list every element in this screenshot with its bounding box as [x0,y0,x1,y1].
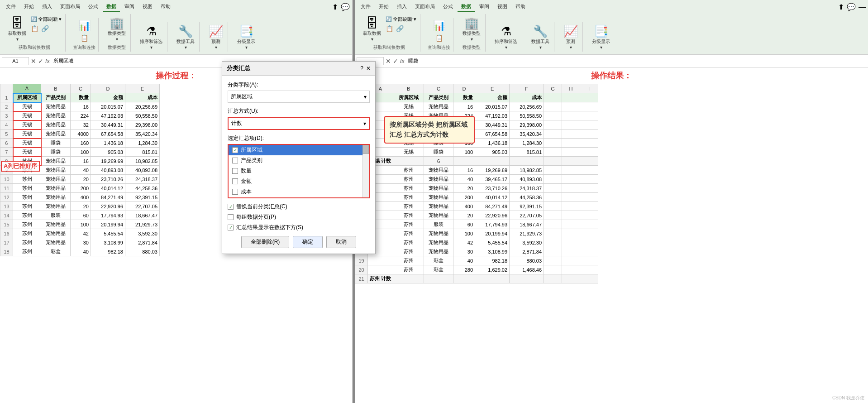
right-cell-r8-c5[interactable] [475,157,510,166]
dialog-delete-all-btn[interactable]: 全部删除(R) [241,236,290,248]
left-cell-r1-c2[interactable]: 产品类别 [41,93,71,102]
right-cell-r19-c6[interactable]: 880.03 [510,256,544,265]
right-cell-r18-c2[interactable]: 苏州 [393,247,424,256]
left-cell-r12-c4[interactable]: 84,271.49 [91,193,125,202]
left-cell-r9-c4[interactable]: 40,893.08 [91,166,125,175]
right-cell-r11-c2[interactable]: 苏州 [393,184,424,193]
left-cell-r14-c1[interactable]: 苏州 [13,211,41,220]
left-cell-r11-c5[interactable]: 44,258.36 [125,184,160,193]
right-cell-r21-c1[interactable]: 苏州 计数 [368,274,393,283]
right-cell-r16-c5[interactable]: 20,199.94 [475,229,510,238]
dialog-item-3-checkbox[interactable] [232,178,238,184]
left-cell-r1-c3[interactable]: 数量 [71,93,91,102]
left-fx-icon[interactable]: fx [45,58,50,65]
left-col-a[interactable]: A [13,84,41,93]
right-cell-r8-c6[interactable] [510,157,544,166]
left-cell-r5-c4[interactable]: 67,654.58 [91,130,125,139]
right-cell-r16-c2[interactable]: 苏州 [393,229,424,238]
left-cell-r2-c3[interactable]: 16 [71,102,91,111]
right-tab-formula[interactable]: 公式 [439,2,457,12]
left-tab-data[interactable]: 数据 [103,2,120,12]
dialog-cb-0[interactable]: ✓ 替换当前分类汇总(C) [228,203,370,211]
right-cell-r9-c8[interactable] [562,166,580,175]
left-cell-r10-c2[interactable]: 宠物用品 [41,175,71,184]
right-cell-r9-c7[interactable] [544,166,562,175]
left-confirm-icon[interactable]: ✓ [38,58,43,65]
left-cell-r9-c1[interactable]: 苏州 [13,166,41,175]
right-cell-r9-c6[interactable]: 18,982.85 [510,166,544,175]
left-cell-r15-c1[interactable]: 苏州 [13,220,41,229]
left-cell-r6-c5[interactable]: 1,284.30 [125,139,160,148]
right-cell-r1-c6[interactable]: 成本 [510,93,544,102]
left-btn-query2[interactable]: 📋 [76,34,92,43]
right-cell-r21-c9[interactable] [580,274,598,283]
left-cell-r9-c5[interactable]: 40,893.08 [125,166,160,175]
right-cell-r7-c7[interactable] [544,148,562,157]
left-cell-r10-c4[interactable]: 23,710.26 [91,175,125,184]
right-cell-r5-c6[interactable]: 35,420.34 [510,130,544,139]
right-cell-r21-c6[interactable] [510,274,544,283]
dialog-cb-2-box[interactable]: ✓ [228,225,234,230]
left-cell-r4-c1[interactable]: 无锡 [13,120,41,130]
right-cell-r6-c8[interactable] [562,139,580,148]
right-btn-get-data[interactable]: 🗄 获取数据▾ [361,15,383,43]
right-cell-r16-c9[interactable] [580,229,598,238]
right-cell-r14-c4[interactable]: 20 [453,211,475,220]
right-col-i[interactable]: I [580,84,598,93]
right-cell-r20-c7[interactable] [544,265,562,274]
right-cell-r21-c2[interactable] [393,274,424,283]
right-btn-query2[interactable]: 📋 [431,34,447,43]
right-cell-r4-c6[interactable]: 29,398.00 [510,120,544,130]
left-btn-links[interactable]: 🔗 [40,24,50,33]
dialog-item-1-checkbox[interactable] [232,158,238,163]
left-cell-r4-c3[interactable]: 32 [71,120,91,130]
right-cell-r10-c6[interactable]: 40,893.08 [510,175,544,184]
listbox-scrollbar[interactable] [362,145,369,197]
right-cell-r10-c5[interactable]: 39,465.17 [475,175,510,184]
left-cell-r16-c5[interactable]: 3,592.30 [125,229,160,238]
left-cell-r12-c1[interactable]: 苏州 [13,193,41,202]
right-cell-r20-c1[interactable] [368,265,393,274]
right-btn-datatype[interactable]: 🏢 数据类型▾ [461,15,482,43]
right-cell-r16-c4[interactable]: 100 [453,229,475,238]
right-cell-r19-c4[interactable]: 40 [453,256,475,265]
left-cell-r3-c5[interactable]: 50,558.50 [125,111,160,120]
right-cell-r3-c5[interactable]: 47,192.03 [475,111,510,120]
right-tab-help[interactable]: 帮助 [512,2,529,12]
right-cell-r20-c9[interactable] [580,265,598,274]
right-btn-forecast[interactable]: 📈 预测▾ [562,23,580,51]
left-tab-review[interactable]: 审阅 [121,2,138,12]
left-cell-r17-c2[interactable]: 宠物用品 [41,238,71,247]
right-cell-r9-c9[interactable] [580,166,598,175]
left-col-b[interactable]: B [41,84,71,93]
right-formula-input[interactable] [406,58,866,65]
right-cell-r20-c4[interactable]: 280 [453,265,475,274]
left-cell-r18-c5[interactable]: 880.03 [125,247,160,256]
left-cell-r3-c4[interactable]: 47,192.03 [91,111,125,120]
right-cell-r2-c4[interactable]: 16 [453,102,475,111]
right-cell-r19-c1[interactable] [368,256,393,265]
right-cell-r2-c3[interactable]: 宠物用品 [424,102,453,111]
right-cell-r11-c8[interactable] [562,184,580,193]
right-cell-r8-c3[interactable]: 6 [424,157,453,166]
right-cell-r16-c7[interactable] [544,229,562,238]
right-cell-r18-c8[interactable] [562,247,580,256]
right-cell-r18-c3[interactable]: 宠物用品 [424,247,453,256]
right-cell-r12-c2[interactable]: 苏州 [393,193,424,202]
right-cell-r17-c2[interactable]: 苏州 [393,238,424,247]
right-cell-r19-c7[interactable] [544,256,562,265]
left-comment-icon[interactable]: 💬 [341,3,350,11]
subtotal-dialog[interactable]: 分类汇总 ? ✕ 分类字段(A): 所属区域 ▾ 汇总方式(U): 计数 ▾ 选… [222,61,376,254]
right-cell-r14-c3[interactable]: 宠物用品 [424,211,453,220]
left-btn-tools[interactable]: 🔧 数据工具▾ [175,23,196,51]
right-cell-r21-c4[interactable] [453,274,475,283]
right-cell-r9-c2[interactable]: 苏州 [393,166,424,175]
left-cell-r13-c3[interactable]: 20 [71,202,91,211]
right-cell-r3-c6[interactable]: 50,558.50 [510,111,544,120]
left-cell-r12-c5[interactable]: 92,391.15 [125,193,160,202]
left-cell-r4-c5[interactable]: 29,398.00 [125,120,160,130]
left-cell-r4-c4[interactable]: 30,449.31 [91,120,125,130]
left-cell-r1-c5[interactable]: 成本 [125,93,160,102]
left-btn-query1[interactable]: 📊 [76,19,92,33]
right-cell-r1-c5[interactable]: 金额 [475,93,510,102]
